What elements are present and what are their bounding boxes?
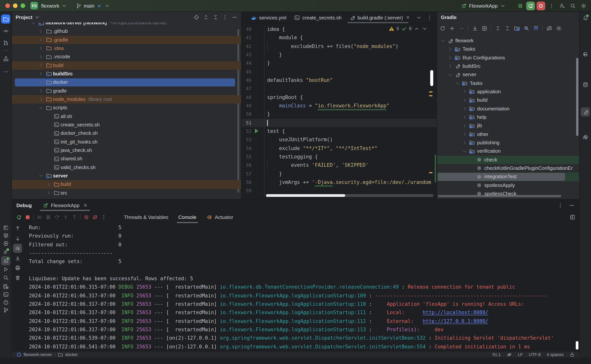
minimize-window-button[interactable] [13,3,18,8]
code-line-51[interactable]: 51 [242,119,437,127]
settings-sm-icon[interactable] [556,25,562,31]
gradle-scrollbar[interactable] [576,58,578,136]
code-line-59[interactable]: 59 [242,187,437,195]
gradle-task-spotlessapply[interactable]: spotlessApply [437,181,580,190]
project-tree-row--gradle[interactable]: .gradle [12,36,241,44]
line-ending[interactable]: LF [518,352,523,357]
spring-button[interactable] [581,50,590,59]
stop-sm-icon[interactable] [24,214,31,220]
more-tools-button[interactable] [1,67,10,76]
gradle-task-spotlesscheck[interactable]: spotlessCheck [437,190,580,198]
project-tree-row-build[interactable]: build [12,61,241,70]
structure-tool-button[interactable] [1,54,10,63]
step-out-icon[interactable] [71,214,77,220]
tab-options-icon[interactable] [427,14,433,20]
commit-tool-button[interactable] [1,26,10,35]
locate-icon[interactable] [193,14,199,20]
console-scrollbar-thumb[interactable] [576,341,578,350]
group-dir-icon[interactable] [514,25,520,31]
gradle-task-verification[interactable]: verification [437,147,580,156]
stop-button[interactable] [537,1,545,10]
code-line-54[interactable]: 54 exclude "**/*IT*", "**/*IntTest*" [242,144,437,153]
code-line-43[interactable]: 43 } [242,51,437,59]
trash-button[interactable] [13,273,22,282]
project-tree-row-server[interactable]: server [12,172,241,180]
arrow-up-button[interactable] [13,223,22,233]
no-bp-icon[interactable] [92,214,98,220]
scroll-end-button[interactable] [13,254,22,263]
project-tree-row-build-gradle[interactable]: build.gradle [12,197,241,199]
editor-tab-build-gradle-server-[interactable]: build.gradle (:server)✕ [345,12,414,23]
kebab-icon[interactable] [557,202,563,208]
code-line-50[interactable]: 50} [242,110,437,119]
project-tree-row-build[interactable]: build [12,180,241,189]
maximize-window-button[interactable] [20,3,25,8]
project-tree-row-all-sh[interactable]: all.sh [12,112,241,121]
code-line-41[interactable]: 41 module { [242,34,437,42]
avatar[interactable]: FS [31,2,38,10]
gradle-task-jib[interactable]: jib [437,122,580,130]
code-line-49[interactable]: 49 mainClass = "io.flexwork.FlexworkApp" [242,102,437,110]
debug-tab-threads-variables[interactable]: Threads & Variables [121,211,172,223]
up-deps-icon[interactable] [533,25,539,31]
chevron-down-icon[interactable] [34,14,40,20]
debug-tab-console[interactable]: Console [175,211,199,223]
run-config-selector[interactable]: FlexworkApp [461,3,506,9]
gradle-task-checkkotlingradlepluginconfigurationer[interactable]: checkKotlinGradlePluginConfigurationEr [437,164,580,173]
gradle-task-integrationtest[interactable]: integrationTest [437,173,580,181]
gradle-task-build[interactable]: build [437,96,580,105]
indent-setting[interactable]: 4 spaces [547,352,564,357]
mute-bp-icon[interactable] [83,214,89,220]
console-link[interactable]: http://127.0.0.1:8080/ [423,318,488,324]
soft-wrap-button[interactable] [13,244,22,253]
project-tree-row-java-check-sh[interactable]: java_check.sh [12,146,241,155]
sync-icon[interactable] [439,25,445,31]
code-area[interactable]: 5 8 40idea { [242,24,437,199]
hide-icon[interactable] [569,202,575,208]
highlighting-level-icon[interactable] [507,352,512,357]
gradle-task-publishing[interactable]: publishing [437,139,580,147]
run-tool-button[interactable] [1,265,10,274]
project-tree-row-src[interactable]: src [12,189,241,197]
debug-session-tab[interactable]: FlexworkApp ✕ [40,200,90,211]
resume-icon[interactable] [36,214,42,220]
pause-sm-icon[interactable] [45,214,51,220]
search-button[interactable] [568,1,577,10]
gradle-task-tasks[interactable]: Tasks [437,79,580,88]
code-line-46[interactable]: 46defaultTasks "bootRun" [242,76,437,85]
debug-tool-button[interactable] [1,256,10,265]
rerun-button[interactable] [526,1,535,10]
collapse-all-icon[interactable] [212,14,218,20]
gradle-task-help[interactable]: help [437,113,580,122]
code-line-44[interactable]: 44} [242,59,437,68]
step-over-icon[interactable] [54,214,60,220]
version-control-tool-button[interactable] [1,305,10,314]
code-line-56[interactable]: 56 events 'FAILED', 'SKIPPED' [242,161,437,170]
terminal-tool-button[interactable] [1,290,10,299]
project-tree-row--vscode[interactable]: .vscode [12,53,241,61]
project-tree-row--idea[interactable]: .idea [12,44,241,53]
breadcrumb-module[interactable]: flexwork-server [24,352,52,357]
tab-list-icon[interactable] [416,14,422,20]
notifications-button[interactable] [581,13,590,22]
gradle-task-flexwork[interactable]: flexwork [437,37,580,45]
branch-selector[interactable]: main [76,3,110,9]
step-into-icon[interactable] [62,214,69,220]
gradle-task-other[interactable]: other [437,130,580,139]
project-tree-row-flexwork-server-flexwork-[interactable]: flexwork-server [flexwork]~/Projects/fle… [12,22,241,27]
project-tree-row-gradle[interactable]: gradle [12,87,241,95]
project-tree-row-create-secrets-sh[interactable]: create_secrets.sh [12,121,241,129]
layout-settings-icon[interactable] [569,214,575,220]
print-button[interactable] [13,263,22,272]
project-tree-row-valid-checks-sh[interactable]: valid_checks.sh [12,163,241,172]
code-line-40[interactable]: 40idea { [242,25,437,34]
gradle-task-application[interactable]: application [437,88,580,96]
download-icon[interactable] [472,25,478,31]
console-link[interactable]: http://localhost:8080/ [423,310,488,315]
gradle-task-server[interactable]: server [437,71,580,79]
gradle-task-check[interactable]: check [437,156,580,164]
project-tree-row-docker[interactable]: docker [12,78,241,87]
debug-tab-actuator[interactable]: Actuator [203,211,236,223]
code-line-47[interactable]: 47 [242,85,437,93]
caret-position[interactable]: 51:1 [492,352,501,357]
